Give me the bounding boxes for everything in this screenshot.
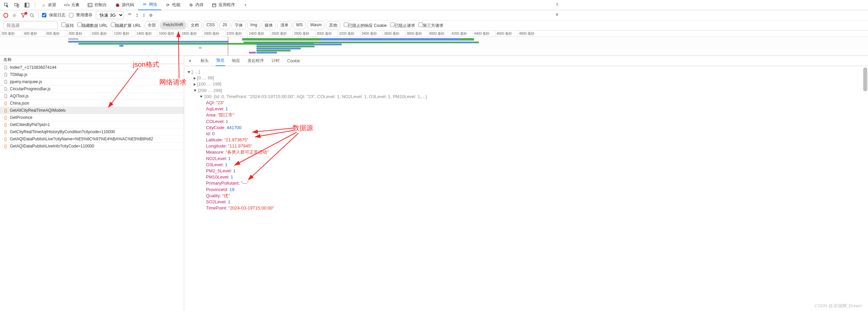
clear-icon[interactable]: ⊘ bbox=[12, 13, 17, 18]
dock-icon[interactable] bbox=[23, 1, 31, 10]
file-icon bbox=[3, 80, 8, 84]
performance-icon: ⟳ bbox=[165, 3, 170, 7]
chip-doc[interactable]: 文档 bbox=[188, 21, 202, 29]
detail-tab-initiator[interactable]: 发起程序 bbox=[247, 56, 265, 66]
detail-tab-cookies[interactable]: Cookie bbox=[286, 56, 300, 66]
tab-sources[interactable]: 🐞源代码 bbox=[111, 0, 138, 10]
device-icon[interactable] bbox=[12, 1, 21, 10]
chip-media[interactable]: 媒体 bbox=[262, 21, 276, 29]
svg-point-7 bbox=[30, 14, 33, 16]
ruler-tick: 1400 毫秒 bbox=[135, 31, 158, 36]
request-row[interactable]: Index?_=1710836074144 bbox=[0, 64, 184, 71]
chip-ws[interactable]: WS bbox=[293, 21, 306, 29]
request-row[interactable]: jquery.marquee.js bbox=[0, 78, 184, 85]
tab-welcome[interactable]: ⌂欢迎 bbox=[37, 0, 60, 10]
chip-other[interactable]: 其他 bbox=[326, 21, 340, 29]
request-row[interactable]: AQITool.js bbox=[0, 93, 184, 100]
json-icon: {} bbox=[3, 144, 8, 149]
preview-root: [,…] bbox=[192, 69, 200, 74]
tab-elements-label: 元素 bbox=[71, 2, 79, 8]
ruler-tick: 200 毫秒 bbox=[0, 31, 23, 36]
svg-line-13 bbox=[248, 133, 298, 180]
file-icon bbox=[3, 73, 8, 77]
chip-fetch-xhr[interactable]: Fetch/XHR bbox=[160, 21, 187, 29]
request-row[interactable]: CircularProgressBar.js bbox=[0, 85, 184, 93]
request-name: GetAQIDataPublishLiveInfo?cityCode=11000… bbox=[10, 144, 94, 149]
hide-ext-urls-checkbox[interactable]: 隐藏扩展 URL bbox=[111, 22, 141, 29]
third-party-checkbox[interactable]: 第三方请求 bbox=[418, 22, 443, 29]
tab-add[interactable]: ＋ bbox=[239, 0, 252, 10]
wifi-icon bbox=[142, 2, 147, 7]
detail-tab-preview[interactable]: 预览 bbox=[216, 56, 225, 66]
tab-console[interactable]: 控制台 bbox=[84, 0, 111, 10]
preview-field: Quality: "优" bbox=[188, 193, 865, 199]
settings-gear-icon[interactable]: ⚙ bbox=[149, 13, 863, 18]
column-header-name[interactable]: 名称 bbox=[0, 56, 184, 64]
filter-icon[interactable] bbox=[20, 13, 26, 18]
help-icon[interactable]: ? bbox=[556, 3, 558, 7]
file-icon bbox=[3, 65, 8, 70]
tab-elements[interactable]: </>元素 bbox=[60, 0, 84, 10]
tab-application[interactable]: 应用程序 bbox=[208, 0, 239, 10]
blocked-cookies-checkbox[interactable]: 已阻止的响应 Cookie bbox=[344, 22, 387, 29]
filter-input[interactable] bbox=[3, 21, 58, 29]
throttle-select[interactable]: 快速 3G bbox=[96, 11, 124, 19]
file-icon bbox=[3, 94, 8, 98]
scrollbar[interactable] bbox=[863, 67, 867, 91]
ruler-tick: 1200 毫秒 bbox=[113, 31, 135, 36]
chip-all[interactable]: 全部 bbox=[145, 21, 159, 29]
ruler-tick: 4200 毫秒 bbox=[450, 31, 473, 36]
search-icon[interactable] bbox=[29, 13, 35, 18]
chip-font[interactable]: 字体 bbox=[232, 21, 246, 29]
request-row[interactable]: {}GetCitiesByPid?pid=1 bbox=[0, 121, 184, 128]
chip-img[interactable]: Img bbox=[247, 21, 260, 29]
tab-performance[interactable]: ⟳性能 bbox=[161, 0, 185, 10]
request-row[interactable]: TDMap.js bbox=[0, 71, 184, 78]
network-conditions-icon[interactable] bbox=[127, 12, 132, 18]
upload-icon[interactable]: ↥ bbox=[135, 13, 139, 18]
devtools-tabstrip: ⌂欢迎 </>元素 控制台 🐞源代码 网络 ⟳性能 ⚙内存 应用程序 ＋ ⋯ ?… bbox=[0, 0, 868, 10]
request-row[interactable]: {}GetAllCityRealTimeAQIModels bbox=[0, 107, 184, 114]
request-name: GetCitiesByPid?pid=1 bbox=[10, 122, 50, 127]
home-icon: ⌂ bbox=[41, 3, 46, 7]
json-icon: {} bbox=[3, 101, 8, 106]
preview-field: COLevel: 1 bbox=[188, 119, 865, 125]
ruler-tick: 400 毫秒 bbox=[23, 31, 45, 36]
hide-data-urls-checkbox[interactable]: 隐藏数据 URL bbox=[77, 22, 107, 29]
ruler-tick: 800 毫秒 bbox=[68, 31, 90, 36]
request-row[interactable]: {}GetCityRealTimeAqiHistoryByCondition?c… bbox=[0, 128, 184, 136]
preview-range-0: [0 … 99] bbox=[197, 75, 214, 80]
request-row[interactable]: {}GetAQIDataPublishLive?cityName=%E5%8C%… bbox=[0, 136, 184, 143]
tab-network[interactable]: 网络 bbox=[138, 0, 161, 10]
request-row[interactable]: {}GetAQIDataPublishLiveInfo?cityCode=110… bbox=[0, 143, 184, 150]
inspect-icon[interactable] bbox=[2, 1, 11, 10]
waterfall-overview[interactable] bbox=[0, 37, 868, 56]
svg-rect-5 bbox=[88, 3, 92, 7]
watermark: CSDN @攻城狮_Dream bbox=[814, 303, 862, 309]
arrow-json-format bbox=[106, 66, 147, 111]
request-name: AQITool.js bbox=[10, 94, 29, 98]
request-row[interactable]: {}China.json bbox=[0, 100, 184, 107]
record-button[interactable] bbox=[3, 13, 8, 18]
preserve-log-checkbox[interactable]: 保留日志 bbox=[42, 12, 65, 18]
chip-wasm[interactable]: Wasm bbox=[307, 21, 325, 29]
detail-tab-timing[interactable]: 计时 bbox=[271, 56, 280, 66]
ruler-tick: 1000 毫秒 bbox=[90, 31, 113, 36]
invert-checkbox[interactable]: 反转 bbox=[61, 22, 74, 29]
close-detail-icon[interactable]: ✕ bbox=[188, 59, 192, 63]
arrow-data-4 bbox=[246, 132, 304, 183]
detail-tab-response[interactable]: 响应 bbox=[231, 56, 241, 66]
tab-memory[interactable]: ⚙内存 bbox=[185, 0, 208, 10]
bug-icon: 🐞 bbox=[115, 3, 120, 7]
download-icon[interactable]: ↧ bbox=[142, 13, 146, 18]
chip-manifest[interactable]: 清单 bbox=[277, 21, 292, 29]
chip-js[interactable]: JS bbox=[219, 21, 230, 29]
disable-cache-checkbox[interactable]: 禁用缓存 bbox=[69, 12, 92, 18]
preview-pane[interactable]: [,…] [0 … 99] [100 … 199] [200 … 299] 20… bbox=[184, 66, 868, 311]
file-icon bbox=[3, 87, 8, 91]
timeline-ruler[interactable]: 200 毫秒400 毫秒600 毫秒800 毫秒1000 毫秒1200 毫秒14… bbox=[0, 31, 868, 37]
chip-css[interactable]: CSS bbox=[203, 21, 218, 29]
detail-tab-headers[interactable]: 标头 bbox=[200, 56, 209, 66]
blocked-requests-checkbox[interactable]: 已阻止请求 bbox=[390, 22, 415, 29]
request-row[interactable]: {}GetProvince bbox=[0, 114, 184, 121]
